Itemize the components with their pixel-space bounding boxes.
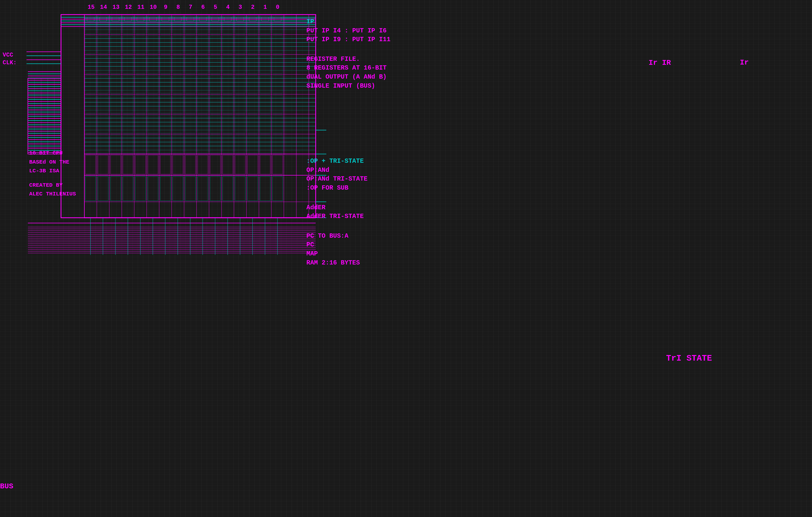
- svg-rect-150: [199, 17, 206, 21]
- svg-rect-230: [198, 115, 208, 133]
- svg-rect-266: [235, 155, 245, 174]
- svg-rect-167: [210, 35, 221, 53]
- svg-rect-140: [272, 16, 283, 33]
- col-header-11: 11: [135, 4, 147, 10]
- svg-rect-267: [248, 155, 258, 174]
- svg-rect-203: [260, 75, 270, 93]
- svg-rect-227: [160, 115, 171, 133]
- svg-rect-192: [123, 75, 133, 93]
- svg-rect-169: [235, 35, 245, 53]
- svg-rect-126: [98, 16, 108, 33]
- svg-rect-172: [272, 35, 283, 53]
- svg-rect-208: [123, 95, 133, 113]
- cpu-desc-line3: LC-3B ISA: [29, 166, 76, 175]
- svg-rect-142: [99, 17, 107, 21]
- svg-rect-233: [235, 115, 245, 133]
- svg-rect-220: [272, 95, 283, 113]
- svg-rect-1: [61, 15, 316, 218]
- svg-rect-204: [272, 75, 283, 93]
- col-header-6: 6: [197, 4, 209, 10]
- svg-rect-158: [98, 35, 108, 53]
- svg-rect-166: [198, 35, 208, 53]
- vcc-label: VCC: [3, 52, 17, 58]
- svg-rect-238: [98, 135, 108, 153]
- svg-rect-0: [0, 0, 812, 517]
- svg-rect-145: [137, 17, 144, 21]
- svg-rect-268: [260, 155, 270, 174]
- col-header-3: 3: [234, 4, 246, 10]
- svg-rect-277: [160, 176, 171, 201]
- tri-state-label: TrI STATE: [666, 353, 712, 363]
- svg-rect-222: [98, 115, 108, 133]
- svg-rect-241: [135, 135, 146, 153]
- svg-rect-182: [198, 55, 208, 73]
- col-header-15: 15: [85, 4, 97, 10]
- svg-rect-218: [248, 95, 258, 113]
- svg-rect-221: [85, 115, 96, 133]
- ir-ir-label: Ir IR: [648, 59, 671, 67]
- creator-line2: ALEC THILENIUS: [29, 190, 76, 199]
- svg-rect-232: [223, 115, 233, 133]
- creator-label: CREATED BY ALEC THILENIUS: [29, 181, 76, 199]
- svg-rect-284: [248, 176, 258, 201]
- svg-rect-249: [235, 135, 245, 153]
- pc-line2: PC: [307, 240, 390, 249]
- svg-rect-234: [248, 115, 258, 133]
- svg-rect-274: [123, 176, 133, 201]
- col-header-7: 7: [184, 4, 197, 10]
- svg-rect-133: [185, 16, 196, 33]
- svg-rect-265: [223, 155, 233, 174]
- svg-rect-149: [187, 17, 194, 21]
- svg-rect-187: [260, 55, 270, 73]
- svg-rect-154: [249, 17, 256, 21]
- svg-rect-138: [248, 16, 258, 33]
- svg-rect-255: [98, 155, 108, 174]
- svg-rect-275: [135, 176, 146, 201]
- svg-rect-151: [212, 17, 219, 21]
- adder-section: AddER AddER TRI-STATE: [307, 203, 390, 221]
- svg-rect-160: [123, 35, 133, 53]
- svg-rect-236: [272, 115, 283, 133]
- svg-rect-273: [110, 176, 121, 201]
- svg-rect-194: [148, 75, 158, 93]
- svg-rect-128: [123, 16, 133, 33]
- regfile-line2: dUAL OUTPUT (A ANd B): [307, 73, 390, 82]
- register-file-section: REGISTER FILE. 8 REGISTERS AT 16-BIT dUA…: [307, 55, 390, 90]
- svg-rect-153: [237, 17, 244, 21]
- svg-rect-214: [198, 95, 208, 113]
- svg-rect-261: [173, 155, 183, 174]
- svg-rect-143: [112, 17, 119, 21]
- col-header-5: 5: [209, 4, 222, 10]
- svg-rect-144: [124, 17, 132, 21]
- ip-title: IP: [307, 17, 390, 26]
- svg-rect-280: [198, 176, 208, 201]
- op-line2: OP:ANd TRI-STATE: [307, 174, 390, 184]
- svg-rect-188: [272, 55, 283, 73]
- svg-rect-240: [123, 135, 133, 153]
- col-header-10: 10: [147, 4, 160, 10]
- svg-rect-223: [110, 115, 121, 133]
- svg-rect-264: [210, 155, 221, 174]
- svg-rect-202: [248, 75, 258, 93]
- svg-rect-197: [185, 75, 196, 93]
- svg-rect-155: [262, 17, 269, 21]
- svg-rect-156: [274, 17, 281, 21]
- op-title: :OP + TRI-STATE: [307, 157, 390, 166]
- svg-rect-248: [223, 135, 233, 153]
- regfile-title: REGISTER FILE.: [307, 55, 390, 64]
- svg-rect-179: [160, 55, 171, 73]
- cpu-desc-line1: 16 BIT CPU: [29, 149, 76, 158]
- svg-rect-235: [260, 115, 270, 133]
- pc-line4: RAM 2:16 BYTES: [307, 258, 390, 267]
- svg-rect-245: [185, 135, 196, 153]
- svg-rect-186: [248, 55, 258, 73]
- bottom-left-labels: 16 BIT CPU BASEd ON THE LC-3B ISA CREATE…: [29, 149, 76, 200]
- svg-rect-239: [110, 135, 121, 153]
- svg-rect-259: [148, 155, 158, 174]
- col-header-2: 2: [247, 4, 259, 10]
- svg-rect-246: [198, 135, 208, 153]
- svg-rect-190: [98, 75, 108, 93]
- svg-rect-213: [185, 95, 196, 113]
- ip-section: IP PUT IP I4 : PUT IP I6 PUT IP I9 : PUT…: [307, 17, 390, 44]
- svg-rect-195: [160, 75, 171, 93]
